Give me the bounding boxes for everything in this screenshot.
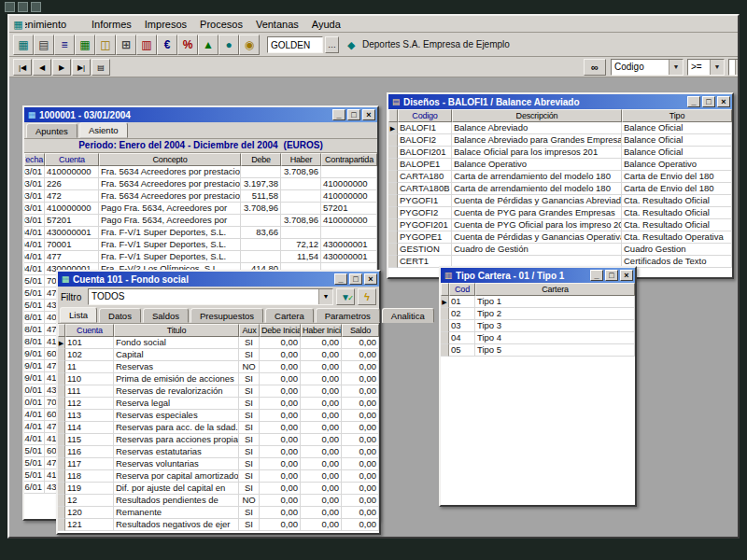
quick-filter-button[interactable]: ϟ	[358, 288, 376, 305]
menu-item-ayuda[interactable]: Ayuda	[305, 18, 347, 31]
tab-apuntes[interactable]: Apuntes	[26, 123, 78, 138]
tipo-cartera-titlebar[interactable]: ▥ Tipo Cartera - 01 / Tipo 1 _ □ ×	[441, 268, 635, 283]
book-icon[interactable]: ▥	[136, 35, 157, 55]
column-header-contrapartida[interactable]: Contrapartida	[321, 153, 377, 166]
close-button[interactable]: ×	[620, 270, 633, 281]
table-row[interactable]: 03/01 57201 Pago Fra. 5634, Acreedores p…	[24, 215, 377, 227]
column-header-cuenta[interactable]: Cuenta	[45, 153, 99, 166]
column-header-cuenta[interactable]: Cuenta	[65, 324, 114, 337]
operator-combo[interactable]: >= ▼	[687, 59, 725, 76]
table-row[interactable]: PYGOPE1 Cuenta de Pérdidas y Ganancias O…	[388, 231, 732, 244]
table-row[interactable]: 04/01 430000001 Fra. F-V/1 Super Deporte…	[24, 227, 377, 239]
table-row[interactable]: 118 Reserva por capital amortizado SI 0,…	[58, 470, 379, 483]
tab-analitica[interactable]: Analitica	[382, 308, 434, 323]
table-row[interactable]: 03/01 410000000 Pago Fra. 5634, Acreedor…	[24, 203, 377, 215]
table-row[interactable]: PYGOFI1 Cuenta de Pérdidas y Ganancias A…	[388, 195, 732, 207]
maximize-button[interactable]: □	[702, 96, 715, 107]
tab-parametros[interactable]: Parametros	[316, 308, 380, 323]
column-header-haber[interactable]: Haber	[281, 153, 321, 166]
table-row[interactable]: 112 Reserva legal SI 0,00 0,00 0,00	[58, 398, 379, 410]
desktop-shortcut-icon[interactable]	[5, 2, 15, 12]
search-field-combo[interactable]: Codigo ▼	[611, 59, 684, 76]
column-header-codigo[interactable]: Codigo	[398, 109, 452, 122]
percent-icon[interactable]: %	[177, 35, 198, 55]
table-row[interactable]: ▶ 01 Tipo 1	[441, 296, 635, 308]
table-row[interactable]: GESTION Cuadro de Gestión Cuadro Gestion	[388, 244, 732, 256]
table-row[interactable]: BALOFI2 Balance Abreviado para Grandes E…	[388, 134, 732, 147]
tab-presupuestos[interactable]: Presupuestos	[190, 308, 263, 323]
table-row[interactable]: 03 Tipo 3	[441, 320, 635, 332]
tab-cartera[interactable]: Cartera	[265, 308, 314, 323]
table-row[interactable]: 102 Capital SI 0,00 0,00 0,00	[58, 349, 379, 361]
table-row[interactable]: PYGOFI201 Cuenta de PYG Oficial para los…	[388, 219, 732, 231]
chevron-down-icon[interactable]: ▼	[735, 60, 738, 75]
sheet-icon[interactable]: ▤	[34, 35, 54, 55]
column-header-aux[interactable]: Aux	[239, 324, 260, 337]
desktop-shortcut-icon[interactable]	[31, 2, 41, 12]
table-row[interactable]: 02 Tipo 2	[441, 308, 635, 320]
table-row[interactable]: CARTA180 Carta de arrendamiento del mode…	[388, 171, 732, 183]
calculator-icon[interactable]: ⊞	[116, 35, 136, 55]
print-button[interactable]: ▤	[92, 59, 110, 76]
table-row[interactable]: ▶ BALOFI1 Balance Abreviado Balance Ofic…	[388, 122, 732, 134]
table-row[interactable]: 11 Reservas NO 0,00 0,00 0,00	[58, 361, 379, 373]
minimize-button[interactable]: _	[590, 270, 603, 281]
table-row[interactable]: BALOFI201 Balace Oficial para los impres…	[388, 147, 732, 159]
document-icon[interactable]: ≡	[54, 35, 75, 55]
menu-item-informes[interactable]: Informes	[85, 18, 138, 31]
table-row[interactable]: 119 Dif. por ajuste del capital en SI 0,…	[58, 483, 379, 495]
table-row[interactable]: BALOPE1 Balance Operativo Balance Operat…	[388, 159, 732, 171]
close-button[interactable]: ×	[717, 96, 730, 107]
tab-saldos[interactable]: Saldos	[143, 308, 189, 323]
maximize-button[interactable]: □	[349, 273, 362, 285]
last-record-button[interactable]: ▶|	[72, 59, 91, 76]
table-row[interactable]: 12 Resultados pendientes de NO 0,00 0,00…	[58, 495, 379, 507]
chevron-down-icon[interactable]: ▼	[318, 289, 332, 304]
table-row[interactable]: 111 Reservas de revalorización SI 0,00 0…	[58, 385, 379, 398]
prev-record-button[interactable]: ◀	[33, 59, 51, 76]
table-icon[interactable]: ▦	[13, 35, 34, 55]
chevron-down-icon[interactable]: ▼	[669, 60, 683, 75]
table-row[interactable]: 04/01 70001 Fra. F-V/1 Super Deportes, S…	[24, 239, 377, 251]
table-row[interactable]: 121 Resultados negativos de ejer SI 0,00…	[58, 519, 379, 531]
apply-filter-button[interactable]: ▼✓	[336, 288, 355, 305]
minimize-button[interactable]: _	[332, 109, 345, 120]
minimize-button[interactable]: _	[687, 96, 700, 107]
menu-item-impresos[interactable]: Impresos	[138, 18, 193, 31]
menu-item-procesos[interactable]: Procesos	[193, 18, 249, 31]
table-row[interactable]: 04/01 477 Fra. F-V/1 Super Deportes, S.L…	[24, 251, 377, 263]
column-header-descripcion[interactable]: Descripción	[452, 109, 622, 122]
binoculars-icon[interactable]: ∞	[584, 59, 606, 76]
table-row[interactable]: 116 Reservas estatutarias SI 0,00 0,00 0…	[58, 446, 379, 458]
table-row[interactable]: 117 Reservas voluntarias SI 0,00 0,00 0,…	[58, 458, 379, 470]
disenos-titlebar[interactable]: ▤ Diseños - BALOFI1 / Balance Abreviado …	[388, 94, 732, 109]
table-row[interactable]: 03/01 226 Fra. 5634 Acreedores por prest…	[24, 178, 377, 190]
column-header-titulo[interactable]: Titulo	[114, 324, 239, 337]
grid-icon[interactable]: ▦	[75, 35, 95, 55]
menu-item-mantenimiento[interactable]: Mantenimiento	[25, 18, 85, 31]
close-button[interactable]: ×	[362, 109, 375, 120]
table-row[interactable]: 120 Remanente SI 0,00 0,00 0,00	[58, 507, 379, 519]
desktop-shortcut-icon[interactable]	[18, 2, 28, 12]
table-row[interactable]: 04 Tipo 4	[441, 332, 635, 344]
column-header-tipo[interactable]: Tipo	[622, 109, 732, 122]
minimize-button[interactable]: _	[334, 273, 347, 285]
column-header-cod[interactable]: Cod	[449, 283, 475, 296]
globe-icon[interactable]: ●	[218, 35, 239, 55]
tab-datos[interactable]: Datos	[99, 308, 141, 323]
asientos-titlebar[interactable]: ▦ 1000001 - 03/01/2004 _ □ ×	[24, 107, 377, 122]
next-record-button[interactable]: ▶	[52, 59, 71, 76]
column-header-cartera[interactable]: Cartera	[475, 283, 635, 296]
maximize-button[interactable]: □	[605, 270, 618, 281]
filter-combo[interactable]: TODOS ▼	[88, 288, 333, 305]
table-row[interactable]: 115 Reservas para acciones propias SI 0,…	[58, 434, 379, 446]
close-button[interactable]: ×	[364, 273, 377, 285]
table-row[interactable]: CARTA180B Carta de arrendamiento del mod…	[388, 183, 732, 195]
table-row[interactable]: 05 Tipo 5	[441, 344, 635, 357]
column-header-fecha[interactable]: Fecha	[24, 153, 45, 166]
first-record-button[interactable]: |◀	[13, 59, 32, 76]
column-header-debe[interactable]: Debe	[241, 153, 281, 166]
chevron-down-icon[interactable]: ▼	[710, 60, 724, 75]
column-header-haber-inicial[interactable]: Haber Inicial	[301, 324, 342, 337]
table-row[interactable]: 114 Reservas para acc. de la sdad. SI 0,…	[58, 422, 379, 434]
